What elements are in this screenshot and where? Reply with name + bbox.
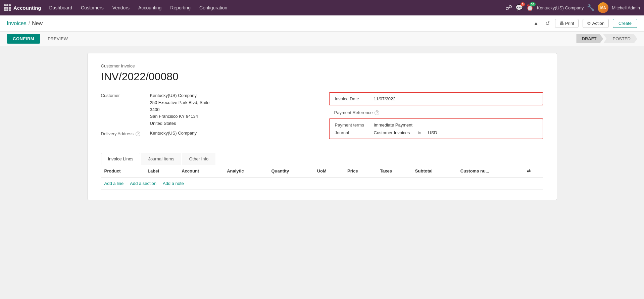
support-icon[interactable]: ☍	[505, 4, 512, 12]
breadcrumb-bar: Invoices / New ▲ ↺ 🖶 Print ⚙ Action Crea…	[0, 15, 644, 32]
customer-address-line3: San Francisco KY 94134	[150, 113, 210, 120]
avatar-image: MA	[598, 2, 608, 13]
delivery-help-icon[interactable]: ?	[136, 132, 140, 136]
action-label: Action	[592, 21, 604, 26]
add-note-link[interactable]: Add a note	[163, 181, 184, 186]
col-customs: Customs nu...	[457, 165, 524, 177]
printer-icon: 🖶	[559, 21, 564, 26]
nav-dashboard[interactable]: Dashboard	[45, 3, 77, 12]
invoice-date-label: Invoice Date	[335, 96, 368, 101]
add-line-row: Add a line Add a section Add a note	[101, 177, 543, 190]
col-taxes: Taxes	[377, 165, 412, 177]
invoice-number: INV/2022/00080	[101, 70, 543, 83]
invoice-date-field: Invoice Date 11/07/2022	[335, 96, 537, 101]
invoice-date-value[interactable]: 11/07/2022	[374, 96, 396, 101]
customer-address-line2: 3400	[150, 106, 210, 113]
create-button[interactable]: Create	[613, 19, 637, 28]
status-actions: CONFIRM PREVIEW	[7, 34, 72, 44]
status-posted: POSTED	[603, 34, 637, 43]
breadcrumb: Invoices / New	[7, 20, 43, 27]
main-content: Customer Invoice INV/2022/00080 Customer…	[0, 46, 644, 299]
payment-ref-row: Payment Reference ?	[329, 109, 543, 116]
nav-accounting[interactable]: Accounting	[134, 3, 165, 12]
payment-journal-box: Payment terms Immediate Payment Journal …	[329, 118, 543, 139]
customer-address-line4: United States	[150, 120, 210, 127]
journal-in: in	[418, 130, 421, 135]
avatar-initials: MA	[600, 6, 606, 10]
confirm-button[interactable]: CONFIRM	[7, 34, 40, 44]
journal-value[interactable]: Customer Invoices	[374, 130, 410, 135]
payment-ref-label: Payment Reference ?	[334, 110, 380, 115]
breadcrumb-parent[interactable]: Invoices	[7, 20, 27, 27]
company-name: Kentucky(US) Company	[537, 5, 584, 10]
add-section-link[interactable]: Add a section	[130, 181, 156, 186]
topnav-right: ☍ 💬 8 ⏰ 38 Kentucky(US) Company 🔧 MA Mit…	[505, 2, 640, 13]
invoice-type-label: Customer Invoice	[101, 63, 543, 68]
gear-icon: ⚙	[587, 21, 591, 26]
messages-badge: 8	[521, 2, 525, 6]
create-label: Create	[618, 21, 632, 26]
add-line-cell: Add a line Add a section Add a note	[101, 177, 543, 190]
breadcrumb-separator: /	[29, 20, 30, 27]
col-price: Price	[344, 165, 377, 177]
avatar[interactable]: MA	[598, 2, 608, 13]
invoice-details: Customer Kentucky(US) Company 250 Execut…	[101, 92, 543, 143]
brand[interactable]: Accounting	[4, 4, 41, 11]
payment-ref-help-icon[interactable]: ?	[375, 110, 379, 115]
tab-other-info[interactable]: Other Info	[182, 153, 215, 165]
table-header-row: Product Label Account Analytic Quantity …	[101, 165, 543, 177]
action-button[interactable]: ⚙ Action	[583, 19, 609, 28]
brand-name: Accounting	[13, 5, 41, 11]
wrench-icon[interactable]: 🔧	[587, 4, 594, 11]
print-button[interactable]: 🖶 Print	[555, 19, 579, 28]
col-quantity: Quantity	[268, 165, 313, 177]
tab-invoice-lines[interactable]: Invoice Lines	[101, 153, 141, 165]
invoice-card: Customer Invoice INV/2022/00080 Customer…	[87, 53, 557, 200]
breadcrumb-current: New	[32, 20, 43, 27]
breadcrumb-actions: ▲ ↺ 🖶 Print ⚙ Action Create	[532, 19, 637, 28]
refresh-icon[interactable]: ↺	[544, 19, 551, 28]
status-draft: DRAFT	[576, 34, 603, 43]
col-account: Account	[178, 165, 224, 177]
customer-address-line1: 250 Executive Park Blvd, Suite	[150, 99, 210, 106]
invoice-left: Customer Kentucky(US) Company 250 Execut…	[101, 92, 315, 143]
nav-vendors[interactable]: Vendors	[108, 3, 134, 12]
messages-icon[interactable]: 💬 8	[515, 4, 523, 11]
tab-journal-items[interactable]: Journal Items	[141, 153, 181, 165]
invoice-table: Product Label Account Analytic Quantity …	[101, 165, 543, 190]
tabs: Invoice Lines Journal Items Other Info	[101, 153, 543, 165]
customer-field: Customer Kentucky(US) Company 250 Execut…	[101, 92, 315, 127]
nav-customers[interactable]: Customers	[77, 3, 108, 12]
main-menu: Dashboard Customers Vendors Accounting R…	[45, 3, 504, 12]
payment-terms-label: Payment terms	[335, 122, 368, 128]
activities-icon[interactable]: ⏰ 38	[526, 4, 534, 11]
username: Mitchell Admin	[612, 5, 640, 10]
preview-button[interactable]: PREVIEW	[43, 34, 72, 44]
col-uom: UoM	[314, 165, 344, 177]
delivery-field: Delivery Address ? Kentucky(US) Company	[101, 131, 315, 136]
col-analytic: Analytic	[224, 165, 268, 177]
journal-currency[interactable]: USD	[428, 130, 437, 135]
upload-icon[interactable]: ▲	[532, 19, 540, 28]
print-label: Print	[565, 21, 574, 26]
add-line-link[interactable]: Add a line	[104, 181, 124, 186]
col-settings[interactable]: ⇄	[524, 165, 543, 177]
col-label: Label	[144, 165, 178, 177]
payment-terms-field: Payment terms Immediate Payment	[335, 122, 537, 128]
activities-badge: 38	[530, 2, 536, 6]
journal-label: Journal	[335, 130, 368, 135]
col-product: Product	[101, 165, 145, 177]
customer-name: Kentucky(US) Company	[150, 92, 210, 99]
status-bar: CONFIRM PREVIEW DRAFT POSTED	[0, 32, 644, 46]
topnav: Accounting Dashboard Customers Vendors A…	[0, 0, 644, 15]
grid-icon	[4, 4, 11, 11]
payment-terms-value[interactable]: Immediate Payment	[374, 122, 413, 128]
nav-configuration[interactable]: Configuration	[195, 3, 231, 12]
journal-field: Journal Customer Invoices in USD	[335, 130, 537, 135]
delivery-label: Delivery Address ?	[101, 131, 145, 136]
customer-label: Customer	[101, 92, 145, 98]
nav-reporting[interactable]: Reporting	[166, 3, 195, 12]
invoice-date-box: Invoice Date 11/07/2022	[329, 92, 543, 105]
delivery-value: Kentucky(US) Company	[150, 131, 197, 136]
col-subtotal: Subtotal	[412, 165, 457, 177]
